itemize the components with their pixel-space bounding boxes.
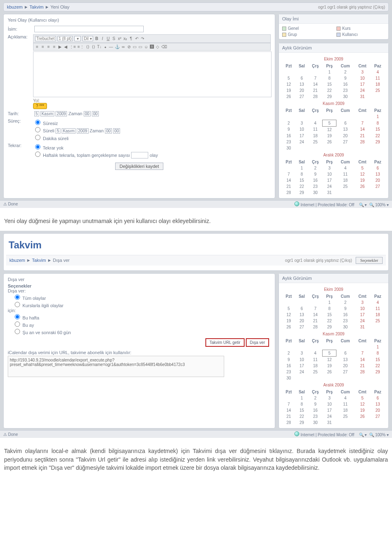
sidebar-2: Aylık Görünüm Ekim 2009PztSalÇrşPrşCumCm… [278,273,389,429]
radio-kurs[interactable] [15,302,20,307]
bc-home[interactable]: kbuzem [7,4,23,9]
export-panel: Dışa ver Seçenekler Dışa ver: Tüm olayla… [3,273,275,429]
takvim-url-getir-button[interactable]: Takvim URL getir [205,338,245,347]
bc-takvim[interactable]: Takvim [29,4,43,9]
label-secenekler: Seçenekler [8,283,271,288]
doc-paragraph-1: Yeni olay düğmesi ile yapmayı unutmamak … [0,215,392,231]
radio-suresiz[interactable] [35,120,40,125]
bc2-current: Dışa ver [53,258,70,263]
bc2-home[interactable]: kbuzem [9,258,25,263]
key-genel[interactable]: Genel [282,26,331,31]
key-grup[interactable]: Grup [282,32,331,37]
doc-paragraph-2: Takvim olaylarını local-e almak (kendi b… [0,445,392,478]
status-bar-2: ⚠ Done Internet | Protected Mode: Off 🔍 … [0,430,392,438]
save-button[interactable]: Değişiklikleri kaydet [115,163,164,170]
secenekler-button[interactable]: Seçenekler [356,257,383,264]
month-view-box-2: Aylık Görünüm Ekim 2009PztSalÇrşPrşCumCm… [278,273,389,429]
label-icin: için: [8,308,271,313]
label-tarih: Tarih: [8,111,33,116]
breadcrumb-2: kbuzem ► Takvim ► Dışa ver ogr1 ogr1 ola… [6,255,386,266]
screenshot-2: Takvim kbuzem ► Takvim ► Dışa ver ogr1 o… [0,231,392,438]
bc-current: Yeni Olay [50,4,69,9]
new-event-panel: Yeni Olay (Kullanıcı olayı) İsim: Açıkla… [3,14,275,199]
yol-button[interactable]: ? *** [33,103,47,109]
isim-input[interactable] [34,26,144,32]
login-info: ogr1 ogr1 olarak giriş yaptınız (Çıkış) [318,5,385,9]
bc2-takvim[interactable]: Takvim [32,258,46,263]
label-aciklama: Açıklama: [8,34,33,109]
radio-tum[interactable] [15,295,20,300]
radio-sureli[interactable] [35,127,40,132]
month-view-box: Aylık Görünüm Ekim 2009PztSalÇrşPrşCumCm… [278,43,389,199]
radio-dakika[interactable] [35,135,40,140]
radio-buay[interactable] [15,321,20,327]
font-select[interactable]: Trebuchet [35,36,56,41]
editor-textarea[interactable] [33,51,272,97]
key-kurs[interactable]: Kurs [336,26,385,31]
key-kullanici[interactable]: Kullanıcı [336,32,385,37]
event-key-box: Olay İmi Genel Kurs Grup Kullanıcı [278,14,389,40]
label-surec: Süreç: [8,118,33,141]
tekrar-sayi-input[interactable] [131,152,148,158]
cal-holder-1: Ekim 2009PztSalÇrşPrşCumCmtPaz1234567891… [279,53,388,198]
label-isim: İsim: [8,27,33,31]
screenshot-1: kbuzem ► Takvim ► Yeni Olay ogr1 ogr1 ol… [0,0,392,208]
status-bar: ⚠ Done Internet | Protected Mode: Off 🔍 … [0,200,392,208]
globe-icon [294,431,299,436]
size-select[interactable]: 1 (8 pt) [58,36,73,41]
sel-min[interactable]: 00 [92,111,99,116]
panel-title-export: Dışa ver [8,277,271,282]
globe-icon [294,201,299,206]
label-tekrar: Tekrar: [8,143,33,158]
style-select[interactable]: ▾ [74,36,81,41]
radio-buhafta[interactable] [15,314,20,319]
editor-toolbar[interactable]: Trebuchet 1 (8 pt) ▾ Dil ▾ BIUS x²x₂¶↶↷ [33,34,271,43]
label-disa-ver: Dışa ver: [8,288,271,293]
label-yol: Yol: [33,98,40,103]
editor-toolbar-2[interactable]: ≡≡≡≡▶◀ ⋮≡≡⋮⟨⟩⟨⟩ T↓⬥—⚓∞⊘ ▭▭☺🅰◇⌫ [33,43,271,51]
page-title: Takvim [6,236,386,255]
login-info-2: ogr1 ogr1 olarak giriş yaptınız (Çıkış) [285,258,352,263]
sel-year[interactable]: 2009 [56,111,67,116]
sel-hour[interactable]: 00 [84,111,91,116]
sel-month[interactable]: Kasım [40,111,54,116]
radio-haftalik[interactable] [35,152,40,157]
sidebar: Olay İmi Genel Kurs Grup Kullanıcı Aylık… [278,14,389,199]
breadcrumb: kbuzem ► Takvim ► Yeni Olay ogr1 ogr1 ol… [3,2,389,11]
cal-holder-2: Ekim 2009PztSalÇrşPrşCumCmtPaz1234567891… [279,283,388,428]
sel-day[interactable]: 5 [34,111,39,116]
radio-60gun[interactable] [15,329,20,334]
radio-tekraryok[interactable] [35,144,40,150]
ical-url-box[interactable]: http://193.140.9.23/moodle/calendar/expo… [8,356,224,377]
disa-ver-button[interactable]: Dışa ver [246,338,269,347]
ical-label: iCalendar dışa verimi için URL, takvime … [8,350,271,355]
panel-title: Yeni Olay (Kullanıcı olayı) [8,18,271,22]
